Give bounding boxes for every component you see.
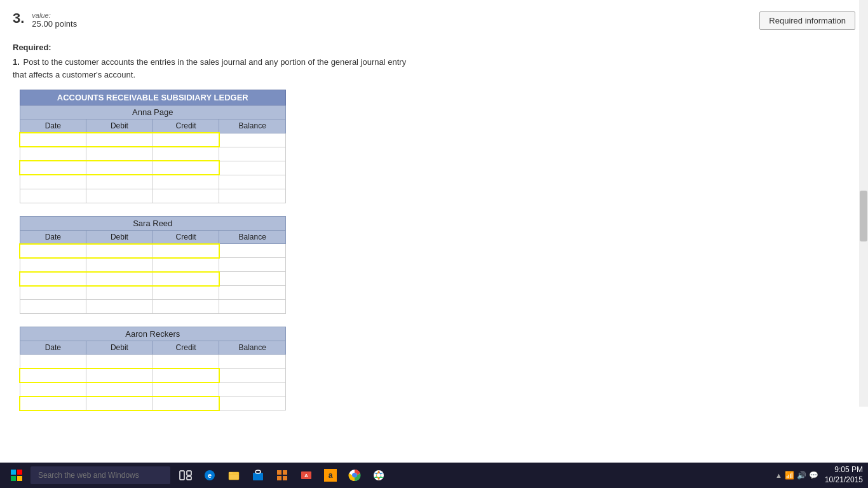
sara-debit-input-2[interactable] bbox=[86, 259, 153, 271]
aaron-debit-input-2[interactable] bbox=[86, 369, 153, 382]
aaron-date-input-4[interactable] bbox=[20, 397, 86, 410]
anna-credit-3[interactable] bbox=[153, 161, 219, 175]
sara-credit-3[interactable] bbox=[153, 272, 219, 286]
anna-balance-input-2[interactable] bbox=[219, 147, 285, 161]
anna-balance-input-5[interactable] bbox=[219, 189, 285, 203]
aaron-balance-input-4[interactable] bbox=[220, 396, 285, 410]
aaron-date-4[interactable] bbox=[20, 396, 86, 410]
sara-credit-input-1[interactable] bbox=[153, 245, 219, 257]
anna-debit-input-5[interactable] bbox=[86, 189, 153, 203]
sara-debit-5[interactable] bbox=[86, 300, 153, 314]
scrollbar[interactable] bbox=[859, 0, 868, 407]
sara-balance-1[interactable] bbox=[219, 244, 286, 258]
sara-credit-1[interactable] bbox=[153, 244, 219, 258]
sara-debit-input-5[interactable] bbox=[86, 300, 153, 313]
aaron-balance-input-1[interactable] bbox=[219, 355, 285, 368]
anna-balance-4[interactable] bbox=[219, 175, 286, 189]
anna-balance-input-3[interactable] bbox=[220, 161, 285, 175]
aaron-credit-input-2[interactable] bbox=[153, 369, 219, 382]
anna-date-input-4[interactable] bbox=[20, 175, 86, 189]
sara-debit-2[interactable] bbox=[86, 258, 153, 272]
sara-date-input-4[interactable] bbox=[20, 287, 86, 300]
anna-credit-input-5[interactable] bbox=[153, 189, 219, 203]
anna-date-input-3[interactable] bbox=[20, 161, 86, 174]
anna-date-input-5[interactable] bbox=[20, 189, 86, 203]
sara-debit-3[interactable] bbox=[86, 272, 153, 286]
sara-debit-input-3[interactable] bbox=[86, 273, 153, 285]
aaron-date-input-1[interactable] bbox=[20, 355, 86, 368]
anna-date-3[interactable] bbox=[20, 161, 86, 175]
anna-debit-3[interactable] bbox=[86, 161, 153, 175]
sara-debit-input-4[interactable] bbox=[86, 287, 153, 300]
anna-credit-1[interactable] bbox=[153, 133, 219, 147]
aaron-credit-3[interactable] bbox=[153, 383, 219, 396]
sara-debit-input-1[interactable] bbox=[86, 245, 153, 257]
sara-credit-4[interactable] bbox=[153, 286, 219, 300]
sara-balance-input-5[interactable] bbox=[219, 300, 285, 313]
aaron-credit-input-4[interactable] bbox=[153, 397, 219, 410]
aaron-credit-input-1[interactable] bbox=[153, 355, 219, 368]
aaron-balance-1[interactable] bbox=[219, 355, 286, 369]
anna-balance-input-4[interactable] bbox=[219, 175, 285, 189]
anna-balance-5[interactable] bbox=[219, 189, 286, 203]
aaron-debit-input-1[interactable] bbox=[86, 355, 153, 368]
aaron-debit-4[interactable] bbox=[86, 396, 153, 410]
anna-date-2[interactable] bbox=[20, 147, 86, 161]
sara-date-2[interactable] bbox=[20, 258, 86, 272]
sara-credit-input-5[interactable] bbox=[153, 300, 219, 313]
sara-credit-input-4[interactable] bbox=[153, 287, 219, 300]
aaron-debit-3[interactable] bbox=[86, 383, 153, 396]
aaron-credit-1[interactable] bbox=[153, 355, 219, 369]
aaron-date-2[interactable] bbox=[20, 369, 86, 383]
anna-debit-input-3[interactable] bbox=[86, 161, 153, 174]
sara-balance-input-1[interactable] bbox=[220, 244, 285, 257]
aaron-date-1[interactable] bbox=[20, 355, 86, 369]
aaron-balance-input-2[interactable] bbox=[220, 369, 285, 382]
sara-date-input-1[interactable] bbox=[20, 245, 86, 257]
required-information-button[interactable]: Required information bbox=[759, 11, 855, 30]
aaron-credit-2[interactable] bbox=[153, 369, 219, 383]
anna-debit-input-2[interactable] bbox=[86, 147, 153, 160]
sara-balance-input-4[interactable] bbox=[219, 286, 285, 299]
aaron-debit-input-3[interactable] bbox=[86, 383, 153, 396]
sara-date-input-2[interactable] bbox=[20, 259, 86, 271]
anna-credit-2[interactable] bbox=[153, 147, 219, 161]
anna-balance-2[interactable] bbox=[219, 147, 286, 161]
aaron-balance-input-3[interactable] bbox=[219, 383, 285, 396]
aaron-debit-1[interactable] bbox=[86, 355, 153, 369]
sara-balance-input-2[interactable] bbox=[219, 258, 285, 271]
sara-date-input-5[interactable] bbox=[20, 300, 86, 313]
anna-debit-2[interactable] bbox=[86, 147, 153, 161]
anna-date-5[interactable] bbox=[20, 189, 86, 203]
anna-date-4[interactable] bbox=[20, 175, 86, 189]
aaron-credit-4[interactable] bbox=[153, 396, 219, 410]
aaron-balance-2[interactable] bbox=[219, 369, 286, 383]
anna-debit-4[interactable] bbox=[86, 175, 153, 189]
sara-balance-2[interactable] bbox=[219, 258, 286, 272]
anna-credit-input-1[interactable] bbox=[153, 133, 219, 146]
sara-debit-1[interactable] bbox=[86, 244, 153, 258]
aaron-date-3[interactable] bbox=[20, 383, 86, 396]
sara-credit-5[interactable] bbox=[153, 300, 219, 314]
scroll-thumb[interactable] bbox=[860, 191, 867, 241]
anna-credit-input-2[interactable] bbox=[153, 147, 219, 160]
sara-balance-4[interactable] bbox=[219, 286, 286, 300]
anna-debit-1[interactable] bbox=[86, 133, 153, 147]
anna-date-input-1[interactable] bbox=[20, 133, 86, 146]
sara-balance-5[interactable] bbox=[219, 300, 286, 314]
sara-date-3[interactable] bbox=[20, 272, 86, 286]
aaron-debit-input-4[interactable] bbox=[86, 397, 153, 410]
aaron-date-input-3[interactable] bbox=[20, 383, 86, 396]
anna-balance-3[interactable] bbox=[219, 161, 286, 175]
anna-balance-1[interactable] bbox=[219, 133, 286, 147]
anna-debit-input-1[interactable] bbox=[86, 133, 153, 146]
anna-credit-input-4[interactable] bbox=[153, 175, 219, 189]
sara-date-input-3[interactable] bbox=[20, 273, 86, 285]
anna-date-input-2[interactable] bbox=[20, 147, 86, 160]
sara-date-5[interactable] bbox=[20, 300, 86, 314]
anna-credit-4[interactable] bbox=[153, 175, 219, 189]
aaron-debit-2[interactable] bbox=[86, 369, 153, 383]
sara-balance-3[interactable] bbox=[219, 272, 286, 286]
anna-debit-5[interactable] bbox=[86, 189, 153, 203]
anna-credit-input-3[interactable] bbox=[153, 161, 219, 174]
